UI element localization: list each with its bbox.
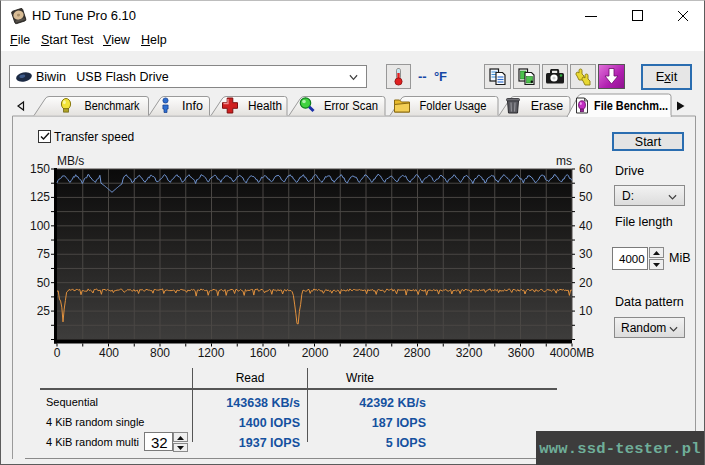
svg-text:1600: 1600 [250, 346, 277, 360]
svg-text:800: 800 [150, 346, 170, 360]
svg-text:400: 400 [99, 346, 119, 360]
svg-text:150: 150 [30, 162, 50, 176]
svg-text:Folder Usage: Folder Usage [420, 99, 487, 113]
svg-text:Health: Health [248, 99, 282, 113]
svg-text:125: 125 [30, 190, 50, 204]
svg-text:2400: 2400 [353, 346, 380, 360]
svg-text:30: 30 [579, 247, 593, 261]
svg-text:2000: 2000 [302, 346, 329, 360]
svg-text:40: 40 [579, 219, 593, 233]
svg-text:50: 50 [37, 276, 51, 290]
svg-text:3200: 3200 [456, 346, 483, 360]
svg-text:3600: 3600 [508, 346, 535, 360]
svg-text:50: 50 [579, 190, 593, 204]
svg-text:10: 10 [579, 304, 593, 318]
svg-text:60: 60 [579, 162, 593, 176]
svg-text:ms: ms [556, 154, 572, 168]
svg-text:2800: 2800 [404, 346, 431, 360]
svg-text:4000MB: 4000MB [550, 346, 595, 360]
svg-text:Erase: Erase [531, 99, 564, 113]
svg-text:MB/s: MB/s [57, 154, 84, 168]
svg-text:Info: Info [182, 99, 203, 113]
svg-text:1200: 1200 [198, 346, 225, 360]
svg-text:Error Scan: Error Scan [324, 99, 378, 113]
svg-text:File Benchm...: File Benchm... [594, 99, 668, 113]
svg-text:100: 100 [30, 219, 50, 233]
svg-text:Benchmark: Benchmark [85, 99, 141, 113]
svg-text:25: 25 [37, 304, 51, 318]
svg-text:20: 20 [579, 276, 593, 290]
svg-text:0: 0 [54, 346, 61, 360]
svg-text:75: 75 [37, 247, 51, 261]
